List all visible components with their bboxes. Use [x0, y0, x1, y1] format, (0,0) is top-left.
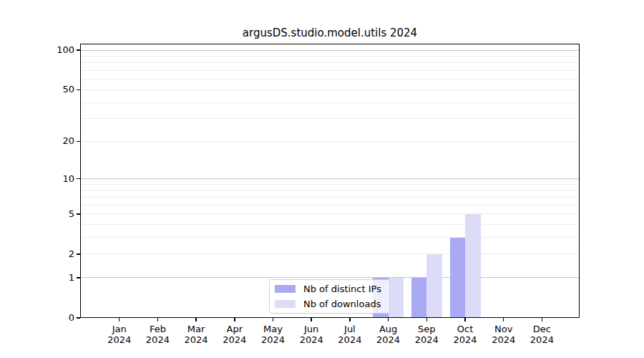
y-tick-label: 10 — [46, 173, 74, 185]
y-tick-label: 5 — [46, 208, 74, 220]
x-tick-label: Dec2024 — [519, 324, 565, 345]
y-tick-label: 0 — [46, 312, 74, 324]
legend-swatch-distinct-ips — [275, 285, 296, 293]
legend-label-distinct-ips: Nb of distinct IPs — [303, 284, 381, 295]
gridline-minor — [80, 184, 580, 185]
x-tick-mark — [426, 318, 428, 321]
x-tick-mark — [157, 318, 159, 321]
gridline-minor — [80, 141, 580, 142]
y-tick-label: 2 — [46, 248, 74, 260]
y-tick-label: 20 — [46, 135, 74, 147]
bar-nb-of-downloads — [465, 214, 481, 318]
gridline-major — [80, 50, 580, 51]
y-tick-mark — [77, 317, 80, 319]
legend: Nb of distinct IPs Nb of downloads — [269, 279, 390, 314]
gridline-minor — [80, 205, 580, 205]
y-tick-label: 100 — [46, 44, 74, 56]
y-tick-mark — [77, 49, 80, 51]
x-tick-month: Dec — [519, 324, 565, 334]
y-tick-mark — [77, 213, 80, 215]
x-tick-mark — [119, 318, 120, 321]
x-tick-mark — [311, 318, 312, 321]
x-tick-mark — [273, 318, 274, 321]
bar-nb-of-distinct-ips — [411, 278, 427, 318]
chart-figure: argusDS.studio.model.utils 2024 01251020… — [0, 0, 644, 358]
y-tick-mark — [77, 253, 80, 255]
x-tick-mark — [349, 318, 351, 321]
gridline-minor — [80, 70, 580, 71]
bar-nb-of-distinct-ips — [450, 238, 466, 318]
gridline-minor — [80, 237, 580, 238]
gridline-minor — [80, 102, 580, 103]
gridline-minor — [80, 62, 580, 63]
x-tick-mark — [195, 318, 197, 321]
y-tick-mark — [77, 90, 80, 91]
gridline-minor — [80, 118, 580, 119]
chart-title: argusDS.studio.model.utils 2024 — [80, 26, 580, 40]
x-tick-mark — [464, 318, 466, 321]
bar-nb-of-downloads — [426, 254, 442, 318]
gridline-minor — [80, 253, 580, 254]
x-tick-mark — [388, 318, 389, 321]
legend-item-distinct-ips: Nb of distinct IPs — [275, 284, 384, 295]
legend-label-downloads: Nb of downloads — [303, 299, 381, 310]
x-tick-mark — [542, 318, 543, 321]
gridline-minor — [80, 190, 580, 190]
gridline-minor — [80, 56, 580, 57]
y-tick-mark — [77, 178, 80, 180]
y-tick-label: 1 — [46, 272, 74, 284]
gridline-minor — [80, 90, 580, 90]
x-tick-year: 2024 — [519, 334, 565, 345]
y-tick-mark — [77, 277, 80, 279]
x-tick-mark — [234, 318, 235, 321]
y-tick-mark — [77, 141, 80, 142]
y-tick-label: 50 — [46, 84, 74, 95]
gridline-major — [80, 178, 580, 179]
gridline-minor — [80, 197, 580, 198]
legend-swatch-downloads — [275, 300, 296, 308]
bar-nb-of-downloads — [389, 278, 404, 318]
x-tick-mark — [503, 318, 504, 321]
gridline-major — [80, 277, 580, 278]
gridline-minor — [80, 79, 580, 79]
gridline-minor — [80, 224, 580, 225]
legend-item-downloads: Nb of downloads — [275, 299, 384, 310]
gridline-minor — [80, 213, 580, 214]
